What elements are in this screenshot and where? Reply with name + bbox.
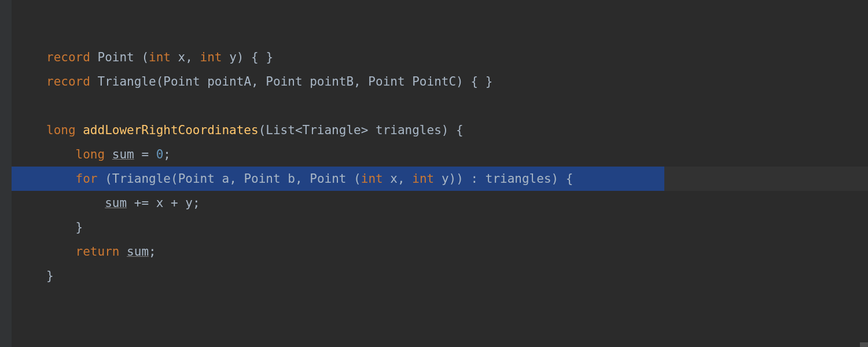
code-token: triangles <box>486 172 551 186</box>
code-token: pointB <box>310 75 354 88</box>
code-token: sum <box>112 147 134 161</box>
code-token: y <box>442 172 449 186</box>
code-token: sum <box>105 196 127 210</box>
code-token: ; <box>149 245 156 259</box>
indent <box>46 172 76 186</box>
code-token: } <box>46 269 54 283</box>
code-line[interactable]: return sum; <box>12 239 868 264</box>
code-line[interactable]: record Triangle(Point pointA, Point poin… <box>12 69 868 94</box>
indent <box>46 220 76 234</box>
code-token: List <box>266 123 295 137</box>
code-token: , <box>295 172 310 186</box>
code-token: Point <box>368 75 412 88</box>
code-token: long <box>76 147 112 161</box>
code-token: ) <box>456 75 464 88</box>
indent <box>46 196 105 210</box>
code-token: Triangle <box>112 172 171 186</box>
indent <box>46 245 76 259</box>
code-token: 0 <box>156 147 164 161</box>
code-token: ) <box>237 50 244 64</box>
code-token: record <box>46 50 98 64</box>
code-token: ) <box>551 172 559 186</box>
code-token: triangles <box>368 123 441 137</box>
code-token: += x + y; <box>127 196 200 210</box>
code-line[interactable]: long addLowerRightCoordinates(List<Trian… <box>12 118 868 142</box>
code-token: Point <box>244 172 288 186</box>
code-token: , <box>354 75 368 88</box>
code-token: )) <box>449 172 464 186</box>
code-token: int <box>361 172 391 186</box>
code-token: : <box>464 172 486 186</box>
code-line[interactable] <box>12 94 868 118</box>
code-token: { } <box>244 50 273 64</box>
scrollbar-corner[interactable] <box>860 342 868 347</box>
code-token: ( <box>156 75 164 88</box>
code-token: x <box>178 50 186 64</box>
code-token: ( <box>354 172 361 186</box>
code-line[interactable]: sum += x + y; <box>12 191 868 215</box>
code-token: , <box>251 75 266 88</box>
code-token: for <box>76 172 105 186</box>
code-token: ( <box>171 172 178 186</box>
code-line[interactable]: record Point (int x, int y) { } <box>12 45 868 69</box>
editor-gutter <box>0 0 12 347</box>
code-token: a <box>222 172 229 186</box>
code-token: Point <box>310 172 354 186</box>
code-token: } <box>76 220 83 234</box>
code-token: ( <box>141 50 149 64</box>
code-token: Triangle <box>98 75 156 88</box>
code-token: ( <box>105 172 112 186</box>
code-line[interactable]: } <box>12 264 868 288</box>
code-token: Point <box>266 75 310 88</box>
code-token: record <box>46 75 98 88</box>
code-token: = <box>134 147 156 161</box>
code-token: < <box>295 123 303 137</box>
code-token: ; <box>163 147 171 161</box>
code-line[interactable]: for (Triangle(Point a, Point b, Point (i… <box>12 167 868 191</box>
code-line[interactable]: } <box>12 215 868 239</box>
code-token: { <box>448 123 463 137</box>
code-token: Point <box>163 75 207 88</box>
code-token: x <box>390 172 398 186</box>
code-token: , <box>185 50 200 64</box>
code-token: > <box>361 123 369 137</box>
code-token: ( <box>259 123 266 137</box>
code-token: pointA <box>207 75 251 88</box>
code-token: addLowerRightCoordinates <box>83 123 258 137</box>
code-token: int <box>412 172 442 186</box>
code-token: Point <box>98 50 142 64</box>
code-token: sum <box>127 245 149 259</box>
code-token: , <box>229 172 244 186</box>
code-token: int <box>149 50 178 64</box>
code-area[interactable]: record Point (int x, int y) { }record Tr… <box>12 0 868 347</box>
code-token: , <box>398 172 412 186</box>
code-token: ) <box>442 123 449 137</box>
indent <box>46 147 76 161</box>
code-token: PointC <box>412 75 456 88</box>
code-token: b <box>288 172 295 186</box>
code-token: Point <box>178 172 222 186</box>
code-line[interactable]: long sum = 0; <box>12 142 868 167</box>
code-token: long <box>46 123 83 137</box>
code-token: { <box>558 172 573 186</box>
code-token: return <box>76 245 127 259</box>
code-token: int <box>200 50 230 64</box>
code-token: y <box>229 50 237 64</box>
code-token: Triangle <box>303 123 361 137</box>
code-editor[interactable]: record Point (int x, int y) { }record Tr… <box>0 0 868 347</box>
code-token: { } <box>464 75 493 88</box>
